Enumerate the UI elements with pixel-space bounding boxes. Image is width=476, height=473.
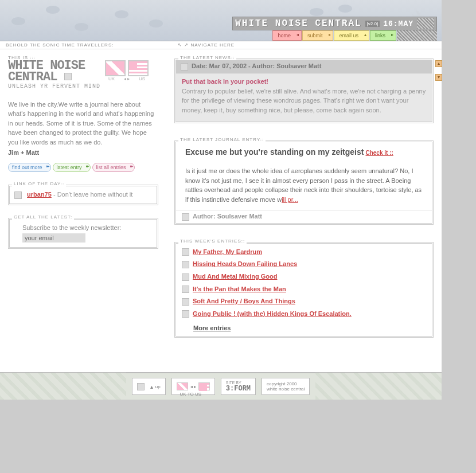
linkday-label: LINK OF THE DAY:: — [12, 181, 66, 186]
header-date: 16:MAY — [383, 19, 413, 28]
entry-link[interactable]: Mud And Metal Mixing Good — [193, 273, 277, 280]
flag-uk-small — [177, 382, 188, 390]
footer-site-by[interactable]: SITE BY 3:FORM — [221, 378, 256, 395]
nav-links[interactable]: links — [370, 30, 396, 41]
nav-hatch — [397, 30, 437, 41]
logo-tagline: UNLEASH YR FERVENT MIND — [8, 83, 100, 89]
list-item: Mud And Metal Mixing Good — [176, 271, 432, 283]
flag-us[interactable] — [128, 60, 149, 76]
uk-label: UK — [108, 76, 115, 81]
flag-arrow: ◂ ▸ — [124, 76, 130, 81]
latest-news-panel: THE LATEST NEWS:: ▴ ▾ Date: Mar 07, 2002… — [174, 58, 434, 123]
list-item: My Father, My Eardrum — [176, 246, 432, 259]
latest-journal-panel: THE LATEST JOURNAL ENTRY:: Excuse me but… — [174, 140, 434, 225]
cube-icon — [182, 298, 189, 306]
journal-more-link[interactable]: ill pr... — [282, 196, 298, 203]
cube-icon — [182, 248, 189, 256]
news-meta: Date: Mar 07, 2002 - Author: Soulsaver M… — [192, 62, 321, 69]
list-item: Soft And Pretty / Boys And Things — [176, 295, 432, 308]
newsletter-panel: GET ALL THE LATEST: Subscribe to the wee… — [8, 218, 158, 249]
news-down-arrow[interactable]: ▾ — [435, 74, 442, 81]
entry-link[interactable]: My Father, My Eardrum — [193, 248, 262, 255]
nav-submit[interactable]: submit — [302, 30, 334, 41]
entry-link[interactable]: Hissing Heads Down Failing Lanes — [193, 260, 297, 267]
logo-line2: CENTRAL — [8, 72, 100, 83]
check-it-link[interactable]: Check it :: — [365, 150, 393, 156]
nav-home[interactable]: home — [272, 30, 302, 41]
subhead-right: ↖ ↗ NAVIGATE HERE — [178, 42, 235, 48]
list-all-entries-button[interactable]: list all entries — [92, 163, 135, 172]
cube-icon — [64, 73, 72, 80]
signature: Jim + Matt — [8, 149, 158, 156]
title-bar: WHITE NOISE CENTRAL [v2.0] 16:MAY — [232, 17, 437, 30]
flag-uk[interactable] — [105, 60, 126, 76]
this-weeks-entries-panel: THIS WEEK'S ENTRIES:: My Father, My Eard… — [174, 242, 434, 338]
cube-icon — [14, 191, 22, 199]
news-label: THE LATEST NEWS:: — [178, 55, 236, 60]
cube-icon — [182, 286, 189, 293]
version-badge: [v2.0] — [365, 21, 380, 27]
hatch-decoration — [417, 18, 434, 29]
link-of-the-day-panel: LINK OF THE DAY:: urban75 - Don't leave … — [8, 185, 158, 205]
find-out-more-button[interactable]: find out more — [8, 163, 51, 172]
journal-body: Is it just me or does the whole idea of … — [185, 167, 422, 203]
cube-icon — [182, 261, 189, 268]
linkday-link[interactable]: urban75 — [27, 191, 52, 198]
news-title: Put that back in your pocket! — [182, 78, 426, 85]
cube-icon — [182, 273, 189, 281]
journal-label: THE LATEST JOURNAL ENTRY:: — [178, 137, 266, 142]
footer-copyright: copyright 2000 white noise central — [262, 378, 310, 395]
flag-us-small — [198, 382, 210, 390]
journal-title: Excuse me but you're standing on my zeit… — [185, 147, 364, 157]
linkday-desc: - Don't leave home without it — [52, 191, 133, 198]
latest-entry-button[interactable]: latest entry — [53, 163, 91, 172]
cube-icon — [181, 63, 188, 71]
cube-icon — [137, 383, 145, 390]
entry-link[interactable]: Soft And Pretty / Boys And Things — [193, 298, 295, 304]
list-item: Hissing Heads Down Failing Lanes — [176, 258, 432, 271]
email-input[interactable] — [22, 233, 85, 243]
us-label: US — [139, 76, 145, 81]
more-entries-link[interactable]: More entries — [176, 322, 432, 336]
subhead-left: BEHOLD THE SONIC TIME TRAVELLERS: — [6, 42, 178, 48]
news-up-arrow[interactable]: ▴ — [435, 60, 442, 67]
footer-up-button[interactable]: ▴up — [132, 378, 166, 395]
site-title: WHITE NOISE CENTRAL — [235, 18, 361, 29]
list-item: Going Public ! (with the) Hidden Kings O… — [176, 308, 432, 320]
entry-link[interactable]: It's the Pan that Makes the Man — [193, 286, 286, 292]
nav-email[interactable]: email us — [334, 30, 369, 41]
week-label: THIS WEEK'S ENTRIES:: — [178, 239, 247, 244]
main-nav: home submit email us links — [272, 30, 437, 41]
newsletter-text: Subscribe to the weekly newsletter: — [22, 224, 152, 231]
entry-link[interactable]: Going Public ! (with the) Hidden Kings O… — [193, 310, 352, 317]
footer-uk-to-us[interactable]: ◂ ▸ UK TO US — [171, 378, 215, 395]
cube-icon — [182, 310, 189, 318]
intro-text: We live in the city.We write a journal h… — [8, 100, 158, 147]
cube-icon — [182, 213, 189, 221]
journal-author: Author: Soulsaver Matt — [193, 213, 262, 220]
news-body-text: Contrary to popular belief, we're still … — [182, 87, 426, 115]
sky-banner: ✈ WHITE NOISE CENTRAL [v2.0] 16:MAY home… — [0, 0, 442, 41]
footer: ▴up ◂ ▸ UK TO US SITE BY 3:FORM copyrigh… — [0, 372, 442, 400]
newsletter-label: GET ALL THE LATEST: — [12, 214, 74, 220]
list-item: It's the Pan that Makes the Man — [176, 283, 432, 296]
